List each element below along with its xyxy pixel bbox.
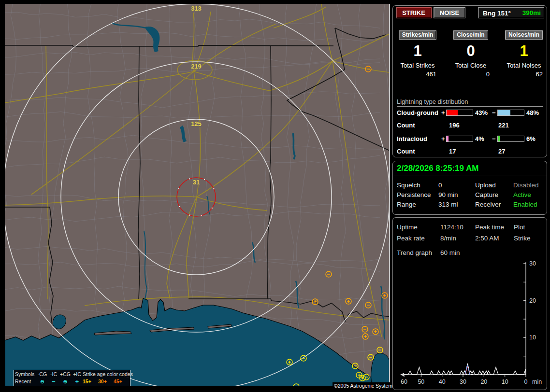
svg-text:125: 125 [191, 120, 202, 127]
neg-ic-old-icon: − [48, 386, 59, 387]
receiver-label: Receiver [475, 201, 501, 208]
legend-col-header: +IC [72, 371, 83, 377]
intracloud-count-row: Count 17 27 [393, 148, 547, 155]
bearing-label: Bng 151° [483, 10, 511, 17]
map-panel-divider [389, 4, 390, 386]
ic-minus-count: 27 [498, 148, 505, 155]
svg-text:min: min [532, 378, 542, 385]
neg-cg-old-icon: ⊖ [36, 386, 48, 387]
noises-per-min-button[interactable]: Noises/min [505, 30, 543, 40]
total-strikes-label: Total Strikes [394, 62, 441, 69]
receiver-value: Enabled [513, 201, 537, 208]
persistence-label: Persistence [397, 191, 431, 198]
symbol-legend: Symbols -CG -IC +CG +IC Strike age color… [14, 370, 130, 386]
trend-graph-row: Trend graph 60 min [393, 249, 547, 257]
age-code: 75+ [98, 386, 114, 387]
app-window: 31321912531 Symbols -CG -IC +CG +IC Stri… [0, 0, 550, 392]
ic-minus-bar [497, 136, 524, 142]
peak-rate-value: 8/min [440, 235, 456, 242]
status-panel: 2/28/2026 8:25:19 AM Squelch 0 Upload Di… [392, 161, 547, 215]
cg-minus-count: 221 [498, 122, 509, 129]
trend-panel: Uptime 1124:10 Peak time Plot Peak rate … [392, 217, 547, 390]
total-noises-value: 62 [500, 70, 548, 78]
ic-minus-pct: 6% [526, 135, 536, 142]
svg-text:30: 30 [460, 378, 466, 385]
copyright-label: ©2005 Astrogenic Systems [333, 382, 391, 390]
strikes-column: Strikes/min 1 Total Strikes 461 [394, 30, 441, 78]
pos-ic-recent-icon: + [72, 378, 83, 384]
close-per-min-button[interactable]: Close/min [453, 30, 488, 40]
legend-col-header: -IC [48, 371, 59, 377]
age-code: 45+ [114, 378, 129, 384]
svg-text:30: 30 [529, 260, 536, 267]
cloud-ground-label: Cloud-ground [397, 109, 438, 116]
svg-text:219: 219 [191, 63, 202, 70]
cloud-ground-row: Cloud-ground + 43% − 48% [393, 109, 547, 117]
strike-toggle-button[interactable]: STRIKE [396, 7, 432, 18]
noise-toggle-button[interactable]: NOISE [434, 7, 465, 18]
legend-header: Symbols [15, 371, 36, 377]
legend-col-header: +CG [59, 371, 72, 377]
plus-sign: + [441, 135, 445, 142]
svg-text:31: 31 [193, 179, 200, 186]
legend-row-label: Recent [15, 378, 36, 384]
age-code: 90+ [114, 386, 129, 387]
svg-text:20: 20 [480, 378, 487, 385]
persistence-value: 90 min [438, 191, 458, 198]
datetime-display: 2/28/2026 8:25:19 AM [397, 164, 478, 173]
plot-header: Plot [514, 224, 525, 231]
total-noises-label: Total Noises [500, 62, 548, 69]
cg-minus-pct: 48% [526, 109, 539, 116]
bearing-distance: 390mi [522, 8, 541, 18]
strike-counter-panel: STRIKE NOISE Bng 151° 390mi Strikes/min … [392, 5, 547, 157]
neg-cg-recent-icon: ⊖ [36, 378, 48, 384]
cloud-ground-count-row: Count 196 221 [393, 122, 547, 129]
age-code: 15+ [83, 378, 98, 384]
age-code: 30+ [98, 378, 114, 384]
map-canvas[interactable]: 31321912531 [5, 4, 390, 386]
uptime-value: 1124:10 [440, 224, 463, 231]
close-per-min-value: 0 [447, 42, 494, 60]
strikes-per-min-button[interactable]: Strikes/min [399, 30, 437, 40]
svg-text:50: 50 [418, 378, 424, 385]
pos-cg-recent-icon: ⊕ [59, 378, 72, 384]
squelch-label: Squelch [397, 182, 420, 189]
upload-label: Upload [475, 182, 496, 189]
upload-value: Disabled [513, 182, 539, 189]
ic-plus-pct: 4% [475, 135, 484, 142]
range-value: 313 mi [438, 201, 458, 208]
cg-plus-count: 196 [449, 122, 460, 129]
capture-label: Capture [475, 191, 498, 198]
total-close-value: 0 [447, 70, 494, 78]
svg-text:10: 10 [529, 334, 536, 341]
minus-sign: − [492, 109, 496, 116]
count-label: Count [397, 122, 415, 129]
plus-sign: + [441, 109, 445, 116]
uptime-label: Uptime [397, 224, 418, 231]
peak-time-header: Peak time [475, 224, 504, 231]
noises-per-min-value: 1 [500, 42, 548, 60]
strikes-per-min-value: 1 [394, 42, 441, 60]
count-label: Count [397, 148, 415, 155]
range-label: Range [397, 201, 416, 208]
trend-window-value: 60 min [440, 249, 460, 256]
distribution-title: Lightning type distribution [397, 98, 543, 107]
intracloud-label: Intracloud [397, 135, 427, 142]
peak-rate-row: Peak rate 8/min 2:50 AM Strike [393, 235, 547, 243]
legend-row-label: Old [15, 386, 36, 387]
pos-cg-old-icon: ⊕ [59, 386, 72, 387]
status-row: Persistence 90 min Capture Active [393, 191, 547, 199]
cg-plus-pct: 43% [475, 109, 488, 116]
total-strikes-value: 461 [394, 70, 441, 78]
neg-ic-recent-icon: − [48, 378, 59, 384]
squelch-value: 0 [438, 182, 442, 189]
trend-graph: 6050403020100min102030 [394, 259, 546, 388]
cg-minus-bar [497, 110, 524, 116]
ic-plus-count: 17 [449, 148, 456, 155]
svg-text:0: 0 [524, 378, 528, 385]
map-viewport[interactable]: 31321912531 Symbols -CG -IC +CG +IC Stri… [5, 4, 390, 386]
close-column: Close/min 0 Total Close 0 [447, 30, 494, 78]
noises-column: Noises/min 1 Total Noises 62 [500, 30, 548, 78]
peak-time-value: 2:50 AM [475, 235, 499, 242]
legend-age-header: Strike age color codes [83, 371, 129, 377]
